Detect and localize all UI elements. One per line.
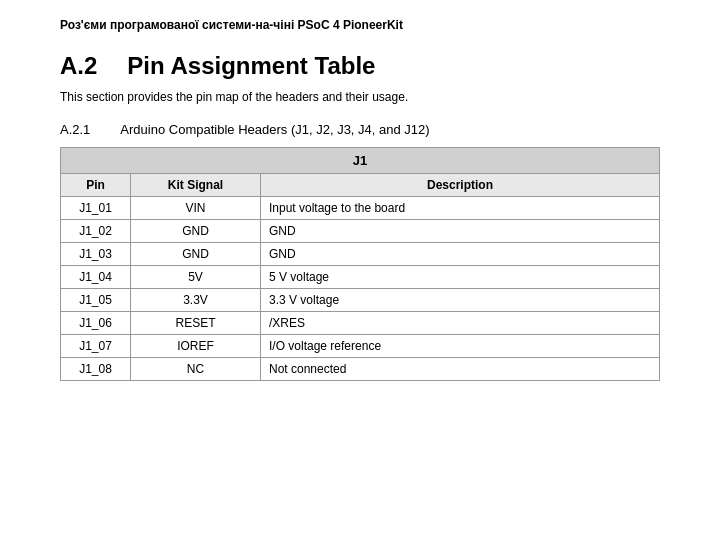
cell-description: I/O voltage reference	[261, 335, 660, 358]
cell-description: 5 V voltage	[261, 266, 660, 289]
cell-description: GND	[261, 243, 660, 266]
cell-pin: J1_05	[61, 289, 131, 312]
table-body: J1_01VINInput voltage to the boardJ1_02G…	[61, 197, 660, 381]
j1-header-cell: J1	[61, 148, 660, 174]
cell-description: GND	[261, 220, 660, 243]
column-header-row: Pin Kit Signal Description	[61, 174, 660, 197]
table-row: J1_053.3V3.3 V voltage	[61, 289, 660, 312]
table-row: J1_01VINInput voltage to the board	[61, 197, 660, 220]
section-description: This section provides the pin map of the…	[60, 90, 660, 104]
section-heading: Pin Assignment Table	[127, 52, 375, 80]
j1-header-row: J1	[61, 148, 660, 174]
header-title: Роз'єми програмованої системи-на-чіні PS…	[60, 18, 403, 32]
section-title: A.2 Pin Assignment Table	[60, 52, 660, 80]
page-header: Роз'єми програмованої системи-на-чіні PS…	[0, 0, 720, 42]
subsection-heading: Arduino Compatible Headers (J1, J2, J3, …	[120, 122, 429, 137]
cell-pin: J1_01	[61, 197, 131, 220]
cell-description: /XRES	[261, 312, 660, 335]
cell-pin: J1_07	[61, 335, 131, 358]
subsection-label: A.2.1	[60, 122, 90, 137]
cell-description: Not connected	[261, 358, 660, 381]
cell-signal: 5V	[131, 266, 261, 289]
subsection-title: A.2.1 Arduino Compatible Headers (J1, J2…	[60, 122, 660, 137]
cell-pin: J1_04	[61, 266, 131, 289]
col-header-description: Description	[261, 174, 660, 197]
col-header-pin: Pin	[61, 174, 131, 197]
table-row: J1_045V5 V voltage	[61, 266, 660, 289]
table-row: J1_08NCNot connected	[61, 358, 660, 381]
cell-signal: NC	[131, 358, 261, 381]
pin-assignment-table: J1 Pin Kit Signal Description J1_01VINIn…	[60, 147, 660, 381]
table-row: J1_02GNDGND	[61, 220, 660, 243]
cell-signal: GND	[131, 220, 261, 243]
section-label: A.2	[60, 52, 97, 80]
cell-signal: 3.3V	[131, 289, 261, 312]
cell-pin: J1_03	[61, 243, 131, 266]
content-area: A.2 Pin Assignment Table This section pr…	[0, 42, 720, 391]
cell-description: 3.3 V voltage	[261, 289, 660, 312]
table-row: J1_06RESET/XRES	[61, 312, 660, 335]
col-header-signal: Kit Signal	[131, 174, 261, 197]
cell-pin: J1_08	[61, 358, 131, 381]
cell-pin: J1_02	[61, 220, 131, 243]
table-row: J1_07IOREFI/O voltage reference	[61, 335, 660, 358]
cell-pin: J1_06	[61, 312, 131, 335]
cell-signal: GND	[131, 243, 261, 266]
cell-signal: VIN	[131, 197, 261, 220]
cell-signal: RESET	[131, 312, 261, 335]
table-row: J1_03GNDGND	[61, 243, 660, 266]
cell-signal: IOREF	[131, 335, 261, 358]
cell-description: Input voltage to the board	[261, 197, 660, 220]
